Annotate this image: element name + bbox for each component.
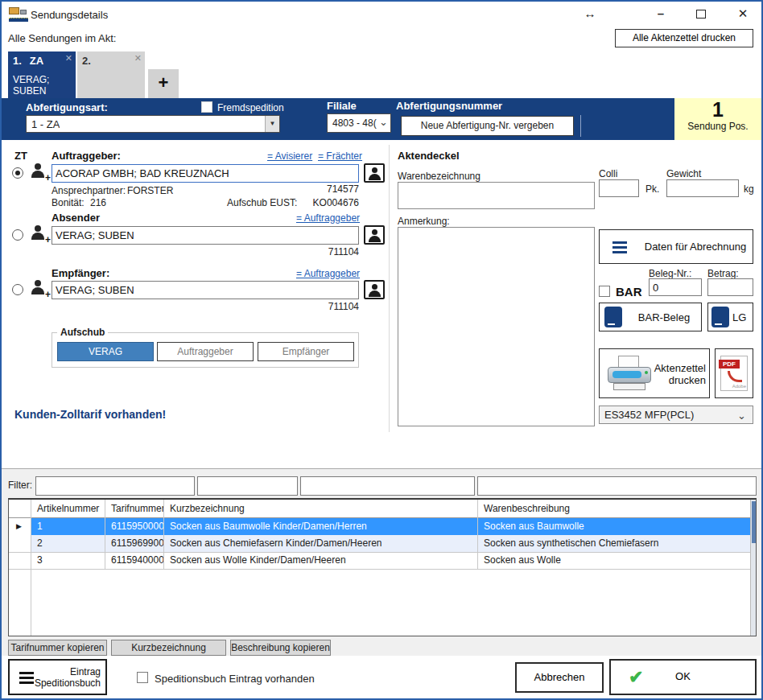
window-title: Sendungsdetails bbox=[31, 9, 108, 21]
empfaenger-contact-button[interactable] bbox=[364, 280, 385, 299]
absender-input[interactable] bbox=[52, 226, 359, 245]
col-tarifnummer[interactable]: Tarifnummer bbox=[105, 500, 163, 518]
tab-sendung-1[interactable]: ✕ 1.ZA VERAG; SUBEN bbox=[8, 51, 76, 98]
abfertigungsart-select[interactable]: 1 - ZA ▼ bbox=[26, 115, 280, 133]
truck-icon bbox=[9, 6, 28, 22]
auftraggeber-contact-button[interactable] bbox=[364, 163, 385, 183]
add-tab-button[interactable]: + bbox=[148, 69, 179, 98]
filter-input-warenbeschreibung[interactable] bbox=[477, 476, 757, 496]
empfaenger-number: 711104 bbox=[287, 301, 359, 312]
panel-divider bbox=[389, 145, 390, 432]
grid-line bbox=[163, 500, 164, 569]
pdf-export-button[interactable]: PDF Adobe bbox=[715, 348, 753, 398]
bonitaet-value: 216 bbox=[90, 197, 106, 208]
maximize-button[interactable] bbox=[690, 5, 712, 23]
table-scrollbar[interactable] bbox=[750, 500, 756, 636]
gewicht-label: Gewicht bbox=[666, 168, 701, 179]
auftraggeber-radio[interactable] bbox=[12, 167, 23, 179]
tab-sendung-2[interactable]: ✕ 2. bbox=[77, 51, 145, 98]
eintrag-speditionsbuch-button[interactable]: EintragSpeditionsbuch bbox=[8, 659, 107, 695]
document-lines-icon bbox=[609, 237, 630, 257]
empfaenger-input[interactable] bbox=[52, 281, 359, 299]
band-divider bbox=[580, 115, 581, 137]
absender-auftraggeber-link[interactable]: = Auftraggeber bbox=[296, 212, 360, 224]
abfertigung-band: Abfertigungsart: 1 - ZA ▼ Fremdspedition… bbox=[2, 98, 761, 140]
betrag-input[interactable] bbox=[707, 278, 753, 296]
maximize-icon bbox=[696, 10, 706, 19]
gewicht-input[interactable] bbox=[666, 179, 739, 197]
aufschub-verag-button[interactable]: VERAG bbox=[57, 342, 154, 361]
lg-button[interactable]: LG bbox=[707, 303, 753, 331]
tab1-line3: SUBEN bbox=[13, 85, 71, 97]
beleg-nr-label: Beleg-Nr.: bbox=[649, 268, 691, 279]
beleg-nr-input[interactable] bbox=[649, 278, 702, 296]
close-button[interactable]: ✕ bbox=[730, 5, 756, 23]
printer-select[interactable]: ES3452 MFP(PCL) ⌄ bbox=[599, 406, 753, 424]
absender-contact-button[interactable] bbox=[364, 225, 385, 245]
fremdspedition-checkbox[interactable] bbox=[201, 101, 212, 113]
speditionsbuch-checkbox-label: Speditionsbuch Eintrag vorhanden bbox=[155, 673, 315, 685]
positions-zone: Filter: Artikelnummer Tarifnummer Kurzbe… bbox=[2, 468, 761, 656]
betrag-label: Betrag: bbox=[707, 268, 739, 279]
kurzbezeichnung-kopieren-button[interactable]: Kurzbezeichnung kopieren bbox=[111, 640, 226, 656]
empfaenger-radio[interactable] bbox=[12, 284, 23, 295]
person-icon bbox=[372, 167, 377, 173]
filter-input-kurzbezeichnung[interactable] bbox=[300, 476, 475, 496]
warenbezeichnung-input[interactable] bbox=[398, 182, 595, 209]
aufschub-auftraggeber-button[interactable]: Auftraggeber bbox=[157, 342, 254, 361]
close-icon[interactable]: ✕ bbox=[65, 53, 72, 64]
col-artikelnummer[interactable]: Artikelnummer bbox=[31, 500, 105, 518]
abbrechen-button[interactable]: Abbrechen bbox=[515, 662, 604, 693]
person-add-icon[interactable]: + bbox=[30, 280, 49, 298]
neue-abfertigungsnr-button[interactable]: Neue Abfertigung-Nr. vergeben bbox=[401, 116, 574, 136]
abfertigungsart-label: Abfertigungsart: bbox=[26, 101, 108, 113]
person-icon bbox=[372, 229, 377, 235]
tab1-number: 1. bbox=[13, 55, 22, 67]
aktenzettel-drucken-button[interactable]: Aktenzettel drucken bbox=[599, 348, 710, 398]
aufschub-empfaenger-button[interactable]: Empfänger bbox=[258, 342, 354, 361]
filter-label: Filter: bbox=[8, 480, 32, 491]
grid-line bbox=[9, 569, 756, 570]
empfaenger-auftraggeber-link[interactable]: = Auftraggeber bbox=[296, 268, 360, 279]
sendungsdetails-window: Sendungsdetails ↔ – ✕ Alle Sendungen im … bbox=[0, 0, 763, 700]
aufschub-eust-value: KO004676 bbox=[287, 197, 359, 208]
close-icon[interactable]: ✕ bbox=[134, 53, 142, 64]
fraechter-link[interactable]: = Frächter bbox=[318, 150, 362, 162]
daten-abrechnung-button[interactable]: Daten für Abrechnung bbox=[599, 229, 753, 264]
aufschub-legend: Aufschub bbox=[57, 327, 108, 338]
minimize-button[interactable]: – bbox=[650, 5, 672, 23]
person-add-icon[interactable]: + bbox=[30, 225, 49, 243]
alle-aktenzettel-drucken-button[interactable]: Alle Aktenzettel drucken bbox=[615, 29, 753, 47]
row-selector-header bbox=[9, 500, 31, 518]
absender-radio[interactable] bbox=[12, 229, 23, 241]
auftraggeber-label: Auftraggeber: bbox=[52, 150, 121, 162]
col-warenbeschreibung[interactable]: Warenbeschreibung bbox=[477, 500, 750, 518]
warenbezeichnung-label: Warenbezeichnung bbox=[398, 171, 480, 182]
col-kurzbezeichnung[interactable]: Kurzbezeichnung bbox=[163, 500, 477, 518]
euro-receipt-icon bbox=[711, 307, 729, 327]
bar-label: BAR bbox=[616, 285, 642, 299]
ok-button[interactable]: ✔ OK bbox=[609, 659, 757, 695]
filter-input-tarifnummer[interactable] bbox=[197, 476, 298, 496]
resize-icon: ↔ bbox=[579, 5, 600, 23]
tarifnummer-kopieren-button[interactable]: Tarifnummer kopieren bbox=[8, 640, 107, 656]
filter-input-artikelnummer[interactable] bbox=[35, 476, 195, 496]
bar-checkbox[interactable] bbox=[599, 286, 610, 297]
grid-line bbox=[477, 500, 478, 569]
avisierer-link[interactable]: = Avisierer bbox=[267, 150, 312, 162]
pk-label: Pk. bbox=[645, 183, 659, 195]
bar-beleg-button[interactable]: BAR-Beleg bbox=[599, 303, 702, 331]
person-add-icon[interactable]: + bbox=[30, 163, 49, 181]
grid-line bbox=[105, 500, 105, 569]
colli-input[interactable] bbox=[599, 179, 639, 197]
anmerkung-input[interactable] bbox=[398, 227, 595, 426]
row-selector-arrow: ▶ bbox=[16, 518, 22, 535]
sendungen-im-akt-label: Alle Sendungen im Akt: bbox=[8, 32, 116, 44]
filiale-select[interactable]: 4803 - 48( ⌄ bbox=[327, 113, 391, 133]
dropdown-arrow-icon[interactable]: ▼ bbox=[265, 116, 279, 132]
beschreibung-kopieren-button[interactable]: Beschreibung kopieren bbox=[230, 640, 331, 656]
speditionsbuch-checkbox[interactable] bbox=[137, 672, 148, 683]
auftraggeber-input[interactable] bbox=[52, 164, 359, 183]
zt-column-label: ZT bbox=[14, 150, 27, 162]
aktendeckel-title: Aktendeckel bbox=[398, 150, 460, 162]
